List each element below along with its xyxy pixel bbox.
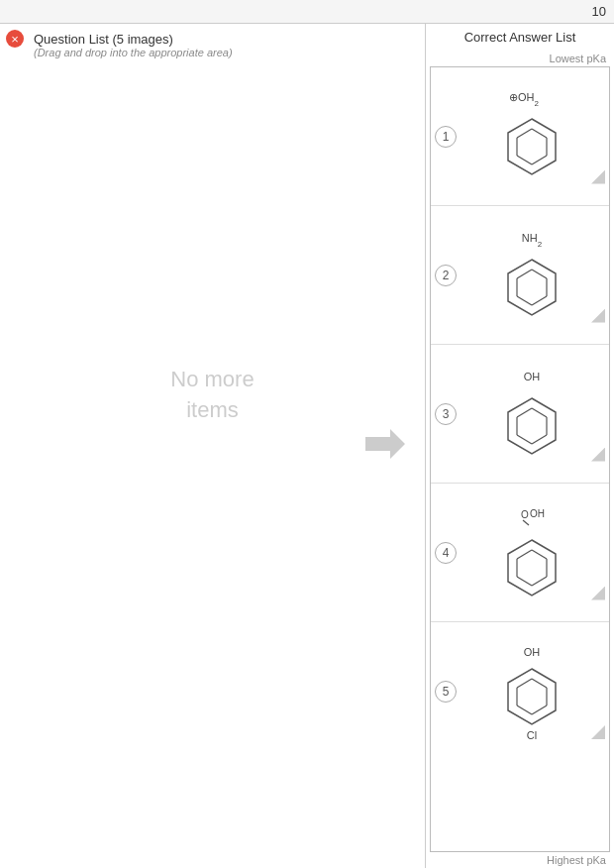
svg-line-37 [532,679,547,688]
svg-line-13 [517,296,532,305]
expand-icon-5[interactable] [591,725,605,739]
no-more-items-message: No more items [10,58,415,732]
question-number: 10 [592,4,606,19]
svg-text:Cl: Cl [527,729,537,741]
svg-marker-0 [365,429,405,459]
svg-line-20 [532,435,547,444]
left-panel: Question List (5 images) (Drag and drop … [0,24,426,868]
drag-arrow-icon [365,429,405,459]
item-content-5: OH Cl [457,642,607,741]
item-content-4: O OH [457,503,607,602]
svg-line-39 [532,705,547,714]
expand-icon-1[interactable] [591,170,605,184]
answer-item-3[interactable]: 3 OH [431,345,609,484]
svg-text:O: O [521,509,529,520]
svg-line-12 [532,296,547,305]
expand-icon-2[interactable] [591,309,605,323]
arrow-container [365,429,405,463]
molecule-svg-2: NH2 [477,226,586,325]
svg-marker-17 [508,398,556,454]
svg-line-2 [532,129,547,138]
svg-text:OH: OH [524,646,541,658]
svg-line-33 [523,520,529,525]
svg-marker-9 [508,260,556,315]
molecule-svg-5: OH Cl [477,642,586,741]
item-number-3: 3 [435,403,457,425]
left-header: Question List (5 images) (Drag and drop … [34,32,415,58]
svg-line-5 [517,156,532,164]
highest-pka-label: Highest pKa [426,852,614,868]
answer-item-2[interactable]: 2 NH2 [431,206,609,345]
main-layout: Question List (5 images) (Drag and drop … [0,24,614,868]
item-number-1: 1 [435,126,457,148]
item-number-4: 4 [435,542,457,564]
right-panel: Correct Answer List Lowest pKa 1 [426,24,614,868]
item-content-1: ⊕OH2 [457,87,607,186]
svg-line-29 [517,577,532,586]
molecule-svg-1: ⊕OH2 [477,87,586,186]
svg-marker-36 [508,669,556,724]
svg-line-31 [517,550,532,559]
answer-list: 1 [430,66,610,852]
answer-item-4[interactable]: 4 O [431,484,609,622]
svg-marker-25 [508,540,556,596]
svg-line-7 [517,129,532,138]
svg-line-26 [532,550,547,559]
svg-line-42 [517,679,532,688]
item-number-2: 2 [435,265,457,286]
svg-line-18 [532,408,547,417]
svg-line-4 [532,156,547,164]
svg-text:OH: OH [524,371,541,382]
item-content-2: NH2 [457,226,607,325]
no-more-line2: items [186,395,239,426]
item-number-5: 5 [435,681,457,703]
top-bar: 10 [0,0,614,24]
expand-icon-4[interactable] [591,587,605,600]
answer-item-1[interactable]: 1 [431,67,609,206]
svg-line-21 [517,435,532,444]
svg-text:⊕OH2: ⊕OH2 [509,91,540,108]
svg-line-40 [517,705,532,714]
molecule-svg-4: O OH [477,503,586,602]
lowest-pka-label: Lowest pKa [426,51,614,66]
svg-marker-1 [508,119,556,174]
svg-line-23 [517,408,532,417]
svg-line-28 [532,577,547,586]
answer-item-5[interactable]: 5 OH [431,622,609,761]
drag-drop-subtitle: (Drag and drop into the appropriate area… [34,47,415,58]
item-content-3: OH [457,365,607,464]
close-button[interactable] [6,30,24,48]
svg-text:OH: OH [530,508,545,519]
svg-text:NH2: NH2 [522,232,543,249]
svg-line-10 [532,270,547,278]
svg-line-15 [517,270,532,278]
no-more-line1: No more [170,365,254,395]
molecule-svg-3: OH [477,365,586,464]
expand-icon-3[interactable] [591,448,605,462]
correct-answer-title: Correct Answer List [426,24,614,51]
question-list-title: Question List (5 images) [34,32,415,47]
